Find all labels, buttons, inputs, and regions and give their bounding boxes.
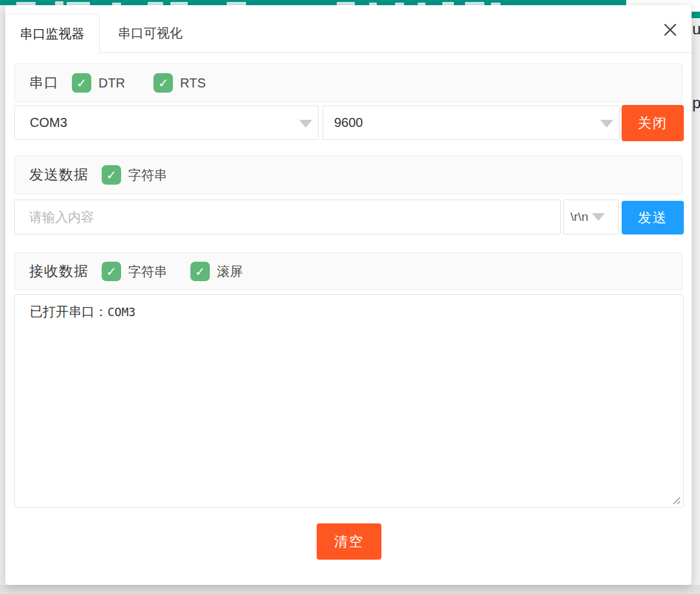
check-icon: ✓ [106,264,117,279]
dtr-checkbox[interactable]: ✓ [72,73,91,93]
serial-section-title: 串口 [29,73,59,93]
receive-section-header: 接收数据 ✓ 字符串 ✓ 滚屏 [14,253,683,290]
chevron-down-icon [600,120,613,128]
chevron-down-icon [299,120,312,128]
rts-checkbox-label: RTS [180,76,206,91]
baud-select-value: 9600 [334,115,363,130]
port-select[interactable]: COM3 [14,106,319,140]
background-left-edge [0,5,5,585]
receive-section-title: 接收数据 [29,262,89,281]
send-string-checkbox[interactable]: ✓ [102,165,121,185]
clear-button[interactable]: 清空 [317,523,381,560]
check-icon: ✓ [195,264,205,279]
background-teal-patch [692,12,700,18]
tab-serial-monitor[interactable]: 串口监视器 [5,14,100,53]
serial-monitor-dialog: 串口监视器 串口可视化 串口 ✓ DTR ✓ RTS COM3 [5,5,692,585]
check-icon: ✓ [76,76,87,91]
scroll-checkbox-label: 滚屏 [217,263,243,280]
receive-string-checkbox[interactable]: ✓ [102,262,121,281]
receive-output-value: COM3 [107,305,135,319]
receive-output-prefix: 已打开串口： [30,304,107,319]
check-icon: ✓ [106,168,117,183]
tab-serial-visualization[interactable]: 串口可视化 [100,14,201,53]
send-section-title: 发送数据 [29,165,89,185]
rts-checkbox[interactable]: ✓ [153,73,173,93]
send-button[interactable]: 发送 [622,201,684,234]
line-ending-value: \r\n [570,210,588,224]
dialog-close-button[interactable] [658,18,683,41]
receive-output[interactable]: 已打开串口：COM3 [14,294,684,508]
resize-handle-icon[interactable] [672,496,681,505]
tab-label: 串口可视化 [118,25,183,42]
send-input-wrapper [14,200,561,234]
check-icon: ✓ [158,76,168,91]
tab-label: 串口监视器 [20,25,85,43]
close-icon [663,23,677,37]
background-bottom-strip [0,585,700,594]
line-ending-select[interactable]: \r\n [563,200,619,234]
receive-output-line: 已打开串口：COM3 [30,303,683,321]
tab-bar-divider [100,52,692,53]
background-right-edge: u p [692,18,700,585]
send-section-header: 发送数据 ✓ 字符串 [14,155,683,194]
port-select-value: COM3 [30,115,67,130]
serial-section-header: 串口 ✓ DTR ✓ RTS [14,63,683,102]
background-text-fragment: p [692,94,700,112]
receive-string-checkbox-label: 字符串 [128,263,167,280]
background-text-fragment: u [692,20,700,38]
send-string-checkbox-label: 字符串 [128,166,167,184]
dtr-checkbox-label: DTR [98,76,125,91]
send-input[interactable] [15,200,560,234]
close-port-button[interactable]: 关闭 [622,105,684,141]
screen: u p 串口监视器 串口可视化 串口 ✓ DTR ✓ [0,0,700,594]
baud-select[interactable]: 9600 [322,106,620,140]
scroll-checkbox[interactable]: ✓ [190,262,210,281]
background-toolbar [0,0,626,5]
chevron-down-icon [592,213,605,221]
